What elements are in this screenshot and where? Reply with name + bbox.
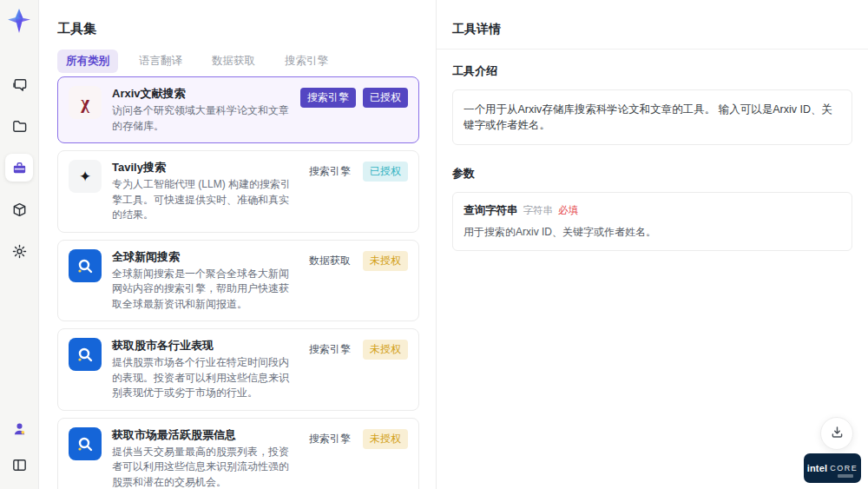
detail-panel-title: 工具详情 [437, 0, 868, 50]
arxiv-icon: χ [69, 86, 102, 119]
category-tab-2[interactable]: 数据获取 [203, 50, 264, 73]
tool-status-badge: 未授权 [363, 251, 408, 271]
category-tab-0[interactable]: 所有类别 [57, 50, 118, 73]
app-logo-icon [6, 8, 32, 34]
stock-search-icon [69, 427, 102, 460]
panel-toggle-icon [11, 457, 28, 473]
tool-description: 专为人工智能代理 (LLM) 构建的搜索引擎工具。可快速提供实时、准确和真实的结… [112, 177, 293, 223]
parameter-required-flag: 必填 [558, 204, 578, 217]
parameter-name: 查询字符串 [464, 203, 518, 218]
intel-sub-mark [838, 474, 853, 478]
sidebar-item-settings[interactable] [5, 237, 33, 265]
sidebar-item-chat[interactable] [5, 70, 33, 98]
tool-description: 访问各个研究领域大量科学论文和文章的存储库。 [112, 103, 290, 134]
tool-name: 获取股市各行业表现 [112, 338, 293, 354]
tool-status-badge: 已授权 [363, 162, 408, 182]
stock-search-icon [69, 338, 102, 371]
toolbox-icon [11, 160, 28, 176]
tool-description: 全球新闻搜索是一个聚合全球各大新闻网站内容的搜索引擎，帮助用户快速获取全球最新资… [112, 267, 293, 313]
intro-section-heading: 工具介绍 [452, 63, 852, 79]
tool-card[interactable]: 获取股市各行业表现 提供股票市场各个行业在特定时间段内的表现。投资者可以利用这些… [57, 328, 419, 411]
parameter-type: 字符串 [523, 204, 554, 217]
parameter-card: 查询字符串 字符串 必填 用于搜索的Arxiv ID、关键字或作者姓名。 [452, 192, 852, 251]
category-tabs: 所有类别语言翻译数据获取搜索引擎 [57, 50, 337, 73]
intel-core-logo: intel CORE [804, 453, 861, 483]
chat-icon [11, 76, 28, 93]
tool-category-badge: 搜索引擎 [304, 429, 356, 449]
params-section-heading: 参数 [452, 166, 852, 182]
tool-status-badge: 未授权 [363, 340, 408, 360]
sidebar-item-files[interactable] [5, 112, 33, 140]
sidebar-item-tools[interactable] [5, 154, 33, 182]
tool-name: Tavily搜索 [112, 160, 293, 175]
news-search-icon [69, 249, 102, 282]
settings-icon [11, 243, 28, 260]
folder-icon [11, 118, 28, 135]
left-icon-rail [0, 0, 39, 489]
user-avatar[interactable] [5, 414, 33, 442]
tool-detail-panel: 工具详情 工具介绍 一个用于从Arxiv存储库搜索科学论文和文章的工具。 输入可… [436, 0, 868, 489]
parameter-description: 用于搜索的Arxiv ID、关键字或作者姓名。 [464, 225, 841, 240]
tool-category-badge: 数据获取 [304, 251, 356, 271]
tool-category-badge: 搜索引擎 [300, 88, 356, 108]
sparkle-icon: ✦ [69, 160, 102, 193]
tool-category-badge: 搜索引擎 [304, 162, 356, 182]
intel-brand-text: intel [807, 463, 828, 473]
user-avatar-icon [11, 420, 28, 437]
tool-status-badge: 未授权 [363, 429, 408, 449]
tool-list-panel: 工具集 所有类别语言翻译数据获取搜索引擎 χ Arxiv文献搜索 访问各个研究领… [40, 0, 436, 489]
tool-card[interactable]: 全球新闻搜索 全球新闻搜索是一个聚合全球各大新闻网站内容的搜索引擎，帮助用户快速… [57, 240, 419, 322]
tool-card[interactable]: 获取市场最活跃股票信息 提供当天交易量最高的股票列表，投资者可以利用这些信息来识… [57, 418, 419, 489]
tool-description: 提供股票市场各个行业在特定时间段内的表现。投资者可以利用这些信息来识别表现优于或… [112, 355, 293, 401]
tool-card-list: χ Arxiv文献搜索 访问各个研究领域大量科学论文和文章的存储库。 搜索引擎 … [57, 76, 419, 489]
tool-name: 获取市场最活跃股票信息 [112, 427, 293, 443]
tool-card[interactable]: χ Arxiv文献搜索 访问各个研究领域大量科学论文和文章的存储库。 搜索引擎 … [57, 76, 419, 143]
tool-status-badge: 已授权 [363, 88, 408, 108]
collapse-panel-button[interactable] [5, 451, 33, 479]
sidebar-item-packages[interactable] [5, 195, 33, 223]
tool-name: Arxiv文献搜索 [112, 86, 290, 102]
package-icon [11, 202, 28, 218]
tool-card[interactable]: ✦ Tavily搜索 专为人工智能代理 (LLM) 构建的搜索引擎工具。可快速提… [57, 150, 419, 233]
category-tab-1[interactable]: 语言翻译 [130, 50, 191, 73]
download-button[interactable] [820, 417, 853, 450]
page-title: 工具集 [57, 21, 96, 37]
download-icon [830, 425, 845, 443]
tool-intro-text: 一个用于从Arxiv存储库搜索科学论文和文章的工具。 输入可以是Arxiv ID… [452, 89, 852, 145]
tool-description: 提供当天交易量最高的股票列表，投资者可以利用这些信息来识别流动性强的股票和潜在的… [112, 445, 293, 489]
category-tab-3[interactable]: 搜索引擎 [276, 50, 337, 73]
tool-name: 全球新闻搜索 [112, 249, 293, 265]
tool-category-badge: 搜索引擎 [304, 340, 356, 360]
intel-product-text: CORE [830, 464, 858, 472]
